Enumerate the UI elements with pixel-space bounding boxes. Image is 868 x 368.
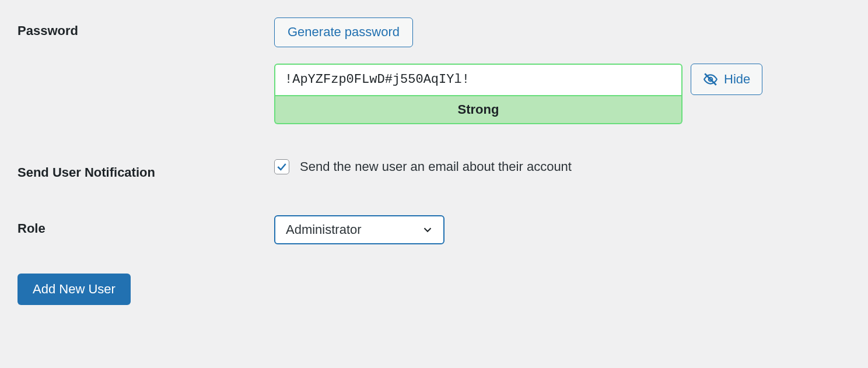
password-row: Password Generate password Strong Hide <box>18 17 850 124</box>
password-field: Generate password Strong Hide <box>274 17 850 124</box>
notification-label: Send User Notification <box>18 159 274 180</box>
check-icon <box>276 161 288 173</box>
password-input[interactable] <box>274 64 682 97</box>
add-new-user-button[interactable]: Add New User <box>18 274 131 305</box>
notification-checkbox-label: Send the new user an email about their a… <box>300 159 572 174</box>
hide-button-label: Hide <box>724 71 750 88</box>
notification-field: Send the new user an email about their a… <box>274 159 850 174</box>
hide-password-button[interactable]: Hide <box>691 64 762 96</box>
role-row: Role Administrator <box>18 215 850 244</box>
eye-slash-icon <box>703 72 718 87</box>
role-field: Administrator <box>274 215 850 244</box>
notification-checkbox-wrap: Send the new user an email about their a… <box>274 159 572 174</box>
password-box: Strong <box>274 64 682 125</box>
password-input-wrap: Strong Hide <box>274 64 762 125</box>
generate-password-button[interactable]: Generate password <box>274 17 413 47</box>
role-select[interactable]: Administrator <box>274 215 444 244</box>
chevron-down-icon <box>421 223 434 236</box>
role-selected-value: Administrator <box>286 222 362 237</box>
role-label: Role <box>18 215 274 236</box>
password-label: Password <box>18 17 274 38</box>
password-strength-meter: Strong <box>274 96 682 124</box>
notification-checkbox[interactable] <box>274 159 289 174</box>
add-user-form: Password Generate password Strong Hide <box>0 0 868 323</box>
notification-row: Send User Notification Send the new user… <box>18 159 850 180</box>
